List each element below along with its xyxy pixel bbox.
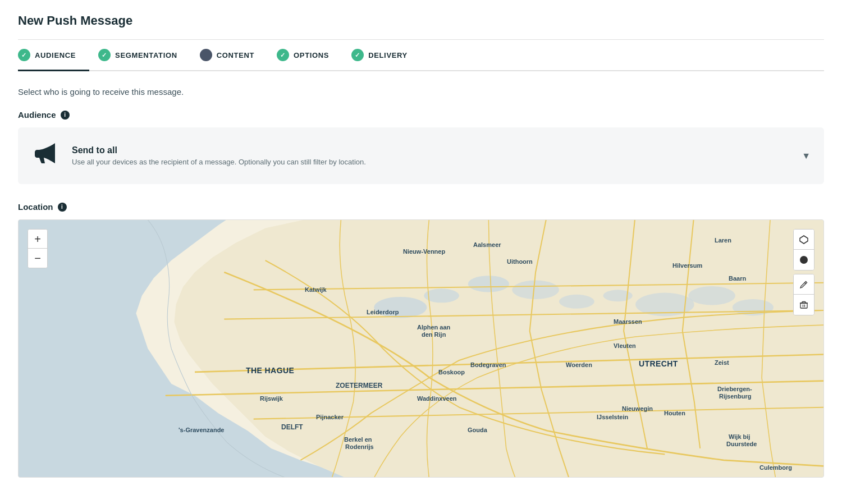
audience-card-text: Send to all Use all your devices as the … [72,145,366,166]
megaphone-icon [31,139,61,173]
map-tools [793,229,814,315]
svg-rect-20 [800,303,807,308]
svg-point-6 [512,281,559,299]
location-section-header: Location i [18,202,824,212]
draw-tools-group [793,229,814,271]
step-segmentation[interactable]: ✓SEGMENTATION [98,40,191,70]
step-icon-content [200,49,212,61]
edit-tools-group [793,274,814,315]
step-icon-audience: ✓ [18,49,30,61]
steps-nav: ✓AUDIENCE✓SEGMENTATIONCONTENT✓OPTIONS✓DE… [18,40,824,71]
audience-card[interactable]: Send to all Use all your devices as the … [18,127,824,184]
step-label-audience: AUDIENCE [35,51,76,59]
zoom-in-button[interactable]: + [28,230,47,249]
svg-point-3 [374,297,427,318]
location-section: Location i [18,202,824,478]
edit-tool-button[interactable] [794,274,814,295]
map-container[interactable]: Nieuw-VennepAalsmeerUithoornLarenHilvers… [18,219,824,478]
location-info-icon[interactable]: i [58,203,67,212]
step-delivery[interactable]: ✓DELIVERY [351,40,421,70]
audience-info-icon[interactable]: i [61,111,70,120]
audience-card-title: Send to all [72,145,366,155]
page-title: New Push Message [18,13,824,28]
page-container: New Push Message ✓AUDIENCE✓SEGMENTATIONC… [0,0,842,491]
step-audience[interactable]: ✓AUDIENCE [18,40,89,70]
svg-point-10 [688,286,735,305]
svg-line-19 [805,282,806,283]
step-icon-options: ✓ [277,49,289,61]
polygon-tool-button[interactable] [794,230,814,250]
audience-card-left: Send to all Use all your devices as the … [31,139,366,173]
step-options[interactable]: ✓OPTIONS [277,40,342,70]
svg-marker-17 [800,236,808,244]
svg-point-18 [800,256,808,264]
circle-tool-button[interactable] [794,250,814,270]
location-label: Location [18,202,53,212]
step-content[interactable]: CONTENT [200,40,268,70]
audience-label: Audience [18,110,56,120]
delete-tool-button[interactable] [794,295,814,315]
map-background [19,220,823,477]
zoom-out-button[interactable]: − [28,249,47,268]
step-icon-segmentation: ✓ [98,49,111,61]
audience-section-header: Audience i [18,110,824,120]
step-icon-delivery: ✓ [351,49,364,61]
svg-point-5 [468,276,509,292]
zoom-controls: + − [28,229,48,268]
svg-point-7 [559,295,594,309]
step-label-delivery: DELIVERY [368,51,408,59]
step-label-content: CONTENT [217,51,254,59]
step-label-options: OPTIONS [294,51,329,59]
page-subtitle: Select who is going to receive this mess… [18,87,824,97]
audience-chevron-icon: ▼ [802,151,811,161]
audience-card-desc: Use all your devices as the recipient of… [72,158,366,166]
step-label-segmentation: SEGMENTATION [115,51,177,59]
